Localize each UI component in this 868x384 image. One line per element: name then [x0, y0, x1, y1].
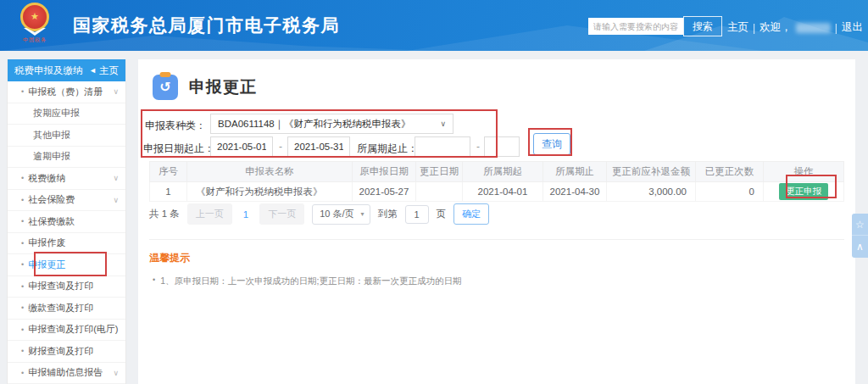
select-caret-icon: ▾: [361, 210, 364, 218]
sidebar-item-declaration-correction[interactable]: • 申报更正: [8, 254, 125, 276]
bullet-icon: •: [21, 347, 24, 355]
logo-caption: 中国税务: [10, 36, 59, 44]
bullet-icon: •: [153, 275, 155, 287]
range-dash: -: [476, 141, 480, 153]
logout-link[interactable]: 退出: [842, 20, 863, 35]
refresh-arrow-icon: ↺: [159, 79, 170, 95]
sidebar-item-declaration-auxiliary-info[interactable]: • 申报辅助信息报告 ∨: [8, 363, 125, 384]
link-divider: |: [753, 22, 755, 34]
page-label: 页: [437, 208, 447, 220]
sidebar-item-declaration-void[interactable]: • 申报作废: [8, 233, 125, 255]
floating-widget: ☆ ∧: [852, 214, 868, 258]
sidebar-item-declaration-query-print[interactable]: • 申报查询及打印: [8, 276, 125, 298]
form-type-label: 申报表种类：: [145, 119, 206, 133]
cell-action: 更正申报: [764, 182, 844, 202]
welcome-label: 欢迎，: [760, 20, 792, 35]
bullet-icon: •: [21, 174, 24, 182]
table-header-cell: 所属期起: [463, 162, 543, 182]
cell-orig-date: 2021-05-27: [353, 182, 416, 202]
goto-label: 到第: [378, 208, 398, 220]
declaration-table: 序号 申报表名称 原申报日期 更正日期 所属期起 所属期止 更正前应补退金额 已…: [149, 161, 844, 202]
table-header-cell: 所属期止: [543, 162, 607, 182]
bullet-icon: •: [21, 326, 24, 334]
pagination: 共 1 条 上一页 1 下一页 10 条/页 ▾ 到第 页 确定: [149, 203, 489, 225]
bullet-icon: •: [21, 87, 24, 96]
tips-item: • 1、原申报日期：上一次申报成功的日期;更正日期：最新一次更正成功的日期: [149, 275, 844, 287]
sidebar-item-declaration-query-print-etax[interactable]: • 申报查询及打印(电厅): [8, 320, 125, 342]
main-panel: ↺ 申报更正 申报表种类： BDA0611148｜《财产和行为税纳税申报表》 ∨…: [138, 59, 855, 384]
sidebar-home-link[interactable]: ◄ 主页: [89, 64, 119, 77]
sidebar-header: 税费申报及缴纳 ◄ 主页: [8, 59, 125, 81]
cell-seq: 1: [150, 182, 187, 202]
correction-clipboard-icon: ↺: [153, 75, 178, 100]
back-arrow-icon: ◄: [89, 66, 97, 75]
home-link[interactable]: 主页: [727, 20, 748, 35]
link-divider: |: [835, 22, 837, 34]
cell-times: 0: [696, 182, 764, 202]
table-row: 1 《财产和行为税纳税申报表》 2021-05-27 2021-04-01 20…: [150, 182, 844, 202]
sidebar: 税费申报及缴纳 ◄ 主页 • 申报税（费）清册 ∨ 按期应申报 其他申报 逾期申…: [7, 59, 126, 384]
chevron-down-icon: ∨: [440, 120, 446, 128]
period-to-input[interactable]: [484, 136, 520, 157]
national-emblem-icon: [20, 3, 49, 31]
sidebar-item-tax-fee-list[interactable]: • 申报税（费）清册 ∨: [8, 81, 125, 103]
user-name-blurred: [796, 23, 831, 33]
form-date-label: 申报日期起止：: [143, 142, 214, 156]
date-to-input[interactable]: [287, 136, 350, 157]
table-header-cell: 申报表名称: [187, 162, 353, 182]
cell-period-start: 2021-04-01: [463, 182, 543, 202]
cell-amount: 3,000.00: [607, 182, 696, 202]
bullet-icon: •: [21, 196, 24, 204]
sidebar-item-tax-payment[interactable]: • 税费缴纳 ∨: [8, 168, 125, 190]
sidebar-item-payment-query-print[interactable]: • 缴款查询及打印: [8, 298, 125, 320]
form-period-label: 所属期起止：: [357, 142, 418, 156]
back-to-top-button[interactable]: ∧: [852, 236, 868, 258]
chevron-down-icon: ∨: [113, 196, 119, 204]
chevron-down-icon: ∨: [113, 87, 119, 96]
confirm-page-button[interactable]: 确定: [453, 203, 489, 225]
table-header-cell: 更正日期: [416, 162, 463, 182]
sidebar-item-periodic-declaration[interactable]: 按期应申报: [8, 103, 125, 125]
table-header-cell: 序号: [150, 162, 187, 182]
table-header-cell: 已更正次数: [696, 162, 764, 182]
table-header-cell: 原申报日期: [353, 162, 416, 182]
mountain-decoration: [0, 36, 441, 51]
search-input[interactable]: [588, 18, 683, 35]
sidebar-item-financial-report-query-print[interactable]: • 财报查询及打印: [8, 341, 125, 363]
favorite-button[interactable]: ☆: [852, 214, 868, 236]
cell-period-end: 2021-04-30: [543, 182, 607, 202]
cell-form-name: 《财产和行为税纳税申报表》: [187, 182, 353, 202]
sidebar-item-social-insurance-payment[interactable]: • 社保费缴款: [8, 211, 125, 233]
chevron-down-icon: ∨: [113, 369, 119, 377]
top-header: 中国税务 国家税务总局厦门市电子税务局 搜索 主页 | 欢迎， | 退出: [0, 0, 868, 51]
chevron-up-icon: ∧: [856, 241, 864, 253]
current-page[interactable]: 1: [240, 209, 252, 220]
sidebar-item-social-insurance[interactable]: • 社会保险费 ∨: [8, 190, 125, 212]
bullet-icon: •: [21, 260, 24, 269]
chevron-down-icon: ∨: [113, 174, 119, 182]
sidebar-title: 税费申报及缴纳: [14, 64, 83, 77]
goto-page-input[interactable]: [405, 205, 429, 224]
table-header-cell: 操作: [764, 162, 844, 182]
pagination-total: 共 1 条: [149, 208, 180, 220]
search-button[interactable]: 搜索: [683, 16, 722, 36]
sidebar-item-other-declaration[interactable]: 其他申报: [8, 125, 125, 147]
date-from-input[interactable]: [210, 136, 273, 157]
page-title-row: ↺ 申报更正: [153, 75, 257, 100]
query-button[interactable]: 查询: [533, 133, 570, 155]
page-size-select[interactable]: 10 条/页 ▾: [312, 204, 370, 225]
form-type-select[interactable]: BDA0611148｜《财产和行为税纳税申报表》 ∨: [210, 114, 453, 134]
table-header-row: 序号 申报表名称 原申报日期 更正日期 所属期起 所属期止 更正前应补退金额 已…: [150, 162, 844, 182]
next-page-button[interactable]: 下一页: [259, 203, 304, 225]
range-dash: -: [279, 141, 282, 153]
prev-page-button[interactable]: 上一页: [187, 203, 232, 225]
correct-declaration-button[interactable]: 更正申报: [779, 183, 828, 200]
bullet-icon: •: [21, 282, 24, 291]
bullet-icon: •: [21, 239, 24, 248]
star-icon: ☆: [855, 219, 865, 231]
tips-section: 温馨提示 • 1、原申报日期：上一次申报成功的日期;更正日期：最新一次更正成功的…: [149, 239, 844, 287]
tax-bureau-logo: 中国税务: [10, 3, 59, 48]
period-from-input[interactable]: [415, 136, 470, 157]
sidebar-item-overdue-declaration[interactable]: 逾期申报: [8, 147, 125, 169]
portal-title: 国家税务总局厦门市电子税务局: [73, 14, 340, 37]
